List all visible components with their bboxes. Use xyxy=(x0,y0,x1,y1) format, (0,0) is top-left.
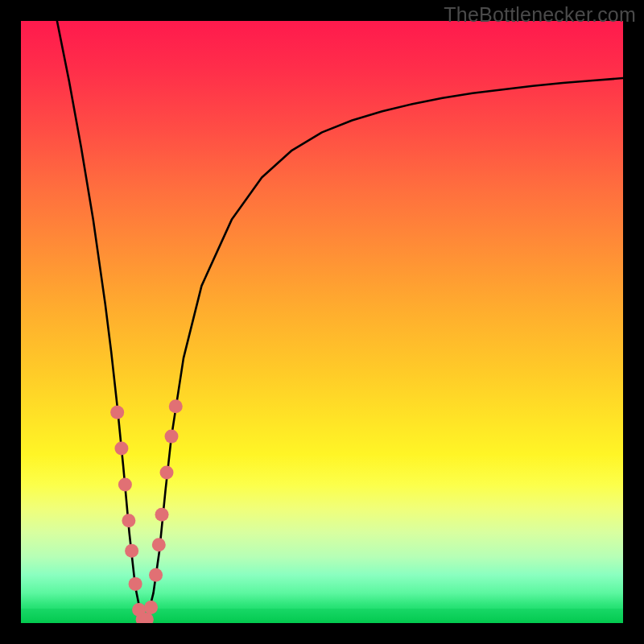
plot-area xyxy=(21,21,623,623)
curve-marker xyxy=(149,568,163,582)
chart-frame: TheBottlenecker.com xyxy=(0,0,644,644)
bottleneck-curve-svg xyxy=(21,21,623,623)
curve-marker xyxy=(169,399,183,413)
curve-marker xyxy=(160,466,174,480)
curve-marker xyxy=(125,544,138,558)
curve-marker xyxy=(155,508,169,522)
watermark-text: TheBottlenecker.com xyxy=(444,3,636,27)
curve-marker xyxy=(165,430,179,444)
marker-group xyxy=(110,399,183,623)
curve-marker xyxy=(110,406,124,419)
curve-marker xyxy=(144,601,158,614)
curve-marker xyxy=(114,442,128,456)
curve-marker xyxy=(118,477,132,491)
curve-marker xyxy=(129,577,142,591)
bottleneck-curve-path xyxy=(57,21,623,617)
curve-marker xyxy=(152,538,166,551)
curve-marker xyxy=(122,514,135,527)
